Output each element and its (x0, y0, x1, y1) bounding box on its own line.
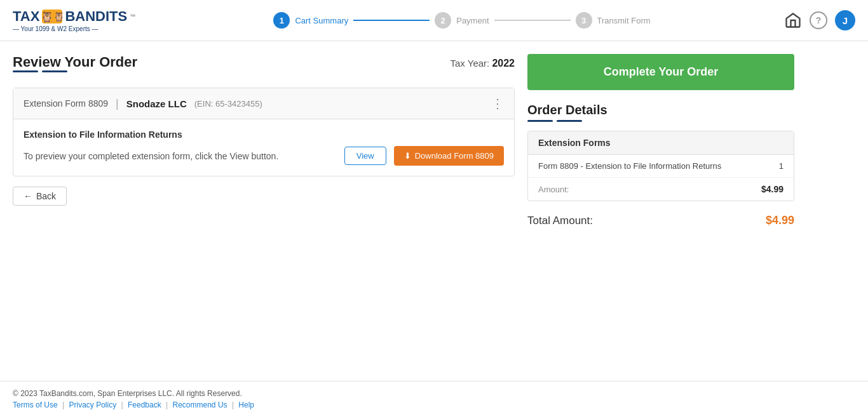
separator-4: | (232, 400, 234, 409)
logo-bandits: BANDITS (65, 8, 127, 25)
order-details-box: Extension Forms Form 8809 - Extension to… (527, 131, 794, 201)
ein-label: (EIN: 65-3423455) (194, 99, 262, 109)
page-title: Review Your Order (13, 54, 137, 70)
order-underline-seg-1 (527, 120, 553, 122)
company-name: Snodaze LLC (126, 98, 187, 109)
form-card-body: Extension to File Information Returns To… (13, 119, 514, 176)
help-button[interactable]: ? (810, 11, 827, 29)
recommend-us-link[interactable]: Recommend Us (173, 400, 227, 409)
step-1-label: Cart Summary (295, 16, 348, 25)
order-form-row: Form 8809 - Extension to File Informatio… (528, 155, 794, 178)
back-button[interactable]: ← Back (13, 187, 67, 206)
step-3-circle: 3 (576, 12, 592, 29)
tax-year-value: 2022 (492, 58, 515, 69)
order-underline-seg-2 (557, 120, 582, 122)
download-button[interactable]: ⬇ Download Form 8809 (394, 146, 504, 166)
help-link[interactable]: Help (238, 400, 254, 409)
footer-copyright: © 2023 TaxBandits.com, Span Enterprises … (13, 389, 855, 398)
order-amount-row: Amount: $4.99 (528, 178, 794, 201)
back-btn-label: Back (36, 191, 56, 201)
separator-2: | (121, 400, 123, 409)
form-preview-row: To preview your completed extension form… (24, 146, 504, 166)
more-options-icon[interactable]: ⋮ (491, 96, 504, 111)
separator-3: | (166, 400, 168, 409)
form-card-header: Extension Form 8809 | Snodaze LLC (EIN: … (13, 88, 514, 119)
step-1-circle: 1 (273, 12, 290, 29)
underline-seg-2 (42, 70, 67, 72)
total-value: $4.99 (766, 214, 794, 227)
separator-1: | (62, 400, 64, 409)
tax-year-label: Tax Year: (451, 58, 490, 69)
total-label: Total Amount: (527, 215, 593, 227)
form-card-header-left: Extension Form 8809 | Snodaze LLC (EIN: … (24, 97, 262, 110)
order-details-section-header: Extension Forms (528, 131, 794, 155)
step-2-circle: 2 (435, 12, 451, 29)
amount-value: $4.99 (761, 184, 783, 194)
download-icon: ⬇ (404, 151, 411, 161)
order-qty: 1 (779, 161, 783, 171)
step-line-1 (353, 20, 430, 21)
feedback-link[interactable]: Feedback (128, 400, 161, 409)
page-title-row: Review Your Order Tax Year: 2022 (13, 54, 515, 83)
form-preview-text: To preview your completed extension form… (24, 151, 337, 161)
logo-tm: ™ (130, 13, 135, 20)
form-type-label: Extension Form 8809 (24, 98, 108, 109)
amount-label: Amount: (538, 185, 569, 194)
header: TAX 🦉 BANDITS ™ — Your 1099 & W2 Experts… (0, 0, 868, 41)
page-title-underline (13, 70, 137, 72)
header-icons: ? J (784, 10, 855, 30)
form-section-title: Extension to File Information Returns (24, 129, 504, 140)
step-line-2 (494, 20, 571, 21)
owl-icon: 🦉 (42, 10, 62, 23)
left-panel: Review Your Order Tax Year: 2022 Extensi… (13, 54, 515, 368)
step-2: 2 Payment (435, 12, 489, 29)
order-form-name: Form 8809 - Extension to File Informatio… (538, 161, 721, 171)
home-icon (784, 11, 802, 29)
step-1: 1 Cart Summary (273, 12, 348, 29)
complete-order-button[interactable]: Complete Your Order (527, 54, 794, 90)
total-row: Total Amount: $4.99 (527, 211, 794, 230)
right-panel: Complete Your Order Order Details Extens… (527, 54, 794, 368)
tax-year-display: Tax Year: 2022 (451, 58, 515, 69)
order-details-title: Order Details (527, 103, 794, 117)
logo-area: TAX 🦉 BANDITS ™ — Your 1099 & W2 Experts… (13, 8, 140, 32)
logo-tagline: — Your 1099 & W2 Experts — (13, 25, 98, 32)
form-card: Extension Form 8809 | Snodaze LLC (EIN: … (13, 88, 515, 176)
step-3: 3 Transmit Form (576, 12, 651, 29)
footer: © 2023 TaxBandits.com, Span Enterprises … (0, 381, 868, 417)
step-3-label: Transmit Form (597, 16, 651, 25)
order-details-underline (527, 120, 794, 122)
terms-of-use-link[interactable]: Terms of Use (13, 400, 58, 409)
download-btn-label: Download Form 8809 (415, 151, 494, 161)
stepper: 1 Cart Summary 2 Payment 3 Transmit Form (140, 12, 784, 29)
footer-links: Terms of Use | Privacy Policy | Feedback… (13, 400, 855, 409)
privacy-policy-link[interactable]: Privacy Policy (69, 400, 117, 409)
user-avatar[interactable]: J (835, 10, 855, 30)
main-content: Review Your Order Tax Year: 2022 Extensi… (0, 41, 868, 381)
step-2-label: Payment (456, 16, 489, 25)
view-button[interactable]: View (344, 147, 386, 165)
underline-seg-1 (13, 70, 38, 72)
home-button[interactable] (784, 11, 802, 29)
form-divider: | (116, 97, 119, 110)
back-arrow-icon: ← (24, 191, 32, 201)
logo-tax: TAX (13, 8, 39, 25)
